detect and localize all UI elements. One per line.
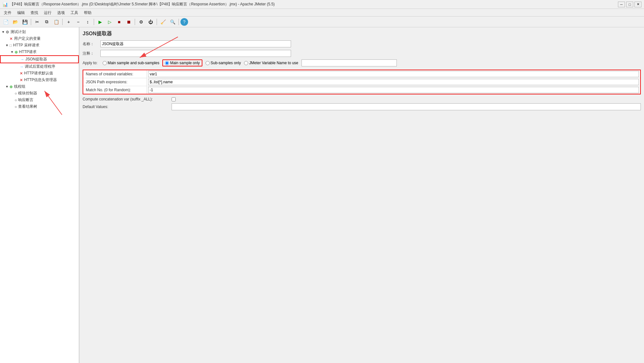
name-label: 名称： — [83, 41, 98, 47]
paste-button[interactable]: 📋 — [52, 18, 61, 26]
tree-item-module-ctrl[interactable]: ○ 模块控制器 — [0, 90, 79, 97]
radio-main-sub-input[interactable] — [103, 61, 107, 65]
jmeter-var-name-input[interactable] — [302, 59, 397, 66]
expand-hs[interactable]: ▼ — [5, 44, 9, 47]
var-match-no-label: Match No. (0 for Random): — [83, 86, 147, 94]
save-button[interactable]: 💾 — [20, 18, 29, 26]
json-extractor-label: JSON提取器 — [25, 57, 47, 62]
cut-button[interactable]: ✂ — [33, 18, 42, 26]
maximize-button[interactable]: □ — [626, 2, 633, 7]
module-ctrl-label: 模块控制器 — [18, 91, 37, 96]
expand-mc — [10, 92, 14, 95]
radio-main-sub-label: Main sample and sub-samples — [108, 61, 159, 65]
http-defaults-label: HTTP请求默认值 — [24, 71, 53, 76]
tree-item-json-extractor[interactable]: → JSON提取器 — [0, 55, 79, 63]
concat-checkbox[interactable] — [172, 97, 176, 101]
comment-input[interactable] — [100, 50, 291, 57]
expand-button[interactable]: + — [64, 18, 73, 26]
content-panel: JSON提取器 名称： 注释： Apply to: Main sample an… — [79, 27, 644, 363]
minimize-button[interactable]: ─ — [618, 2, 625, 7]
tree-item-http-defaults[interactable]: ✕ HTTP请求默认值 — [0, 70, 79, 77]
expand-hd — [15, 72, 19, 75]
help-button[interactable]: ? — [180, 18, 188, 26]
debug-post-icon: → — [20, 65, 24, 69]
radio-sub-only-label: Sub-samples only — [211, 61, 241, 65]
user-vars-icon: ✕ — [10, 37, 13, 41]
tree-item-user-vars[interactable]: ✕ 用户定义的变量 — [0, 35, 79, 42]
window-controls[interactable]: ─ □ ✕ — [618, 2, 641, 7]
radio-jmeter-var[interactable]: JMeter Variable Name to use — [244, 61, 298, 65]
menu-tools[interactable]: 工具 — [68, 10, 81, 16]
var-match-no-value-cell — [147, 86, 640, 94]
run-no-pause-button[interactable]: ▷ — [105, 18, 114, 26]
tree-item-http-sampler[interactable]: ▼ □ HTTP 采样请求 — [0, 42, 79, 49]
tree-item-root[interactable]: ▼ ⚙ 测试计划 — [0, 29, 79, 35]
tree-item-http-header[interactable]: ✕ HTTP信息头管理器 — [0, 77, 79, 83]
name-input[interactable] — [100, 40, 291, 47]
menu-bar: 文件 编辑 查找 运行 选项 工具 帮助 — [0, 9, 644, 17]
title-bar: 📊 【P48】响应断言（Response Assertion）.jmx (D:\… — [0, 0, 644, 9]
default-value-input[interactable] — [172, 103, 641, 110]
var-names-label: Names of created variables: — [83, 70, 147, 78]
radio-sub-only-input[interactable] — [206, 61, 210, 65]
radio-sub-only[interactable]: Sub-samples only — [206, 61, 241, 65]
remote-stop-button[interactable]: ⏻ — [146, 18, 155, 26]
variables-table: Names of created variables: JSON Path ex… — [83, 70, 641, 94]
menu-run[interactable]: 运行 — [41, 10, 54, 16]
run-button[interactable]: ▶ — [96, 18, 105, 26]
menu-edit[interactable]: 编辑 — [15, 10, 27, 16]
http-sampler-icon: □ — [10, 43, 12, 48]
collapse-button[interactable]: − — [74, 18, 83, 26]
stop-button[interactable]: ■ — [115, 18, 124, 26]
radio-main-sub[interactable]: Main sample and sub-samples — [103, 61, 159, 65]
remote-start-button[interactable]: ⚙ — [137, 18, 146, 26]
close-button[interactable]: ✕ — [634, 2, 641, 7]
radio-main-only-input[interactable] — [165, 61, 169, 65]
var-row-match-no: Match No. (0 for Random): — [83, 86, 640, 94]
comment-label: 注释： — [83, 51, 98, 56]
expand-tg[interactable]: ▼ — [5, 85, 9, 89]
apply-to-label: Apply to: — [83, 61, 98, 65]
menu-help[interactable]: 帮助 — [81, 10, 94, 16]
json-extractor-icon: → — [20, 57, 24, 62]
thread-group-icon: ⊕ — [10, 85, 13, 89]
debug-post-label: 调试后置处理程序 — [25, 64, 55, 69]
root-label: 测试计划 — [10, 29, 26, 35]
new-button[interactable]: 📄 — [1, 18, 10, 26]
shutdown-button[interactable]: ⏹ — [124, 18, 133, 26]
toggle-button[interactable]: ↕ — [83, 18, 92, 26]
default-row: Default Values: — [83, 103, 641, 110]
menu-options[interactable]: 选项 — [55, 10, 67, 16]
clear-button[interactable]: 🧹 — [159, 18, 167, 26]
menu-file[interactable]: 文件 — [1, 10, 14, 16]
radio-jmeter-var-input[interactable] — [244, 61, 248, 65]
expand-hr[interactable]: ▼ — [10, 50, 14, 54]
var-names-input[interactable] — [148, 71, 639, 77]
expand-as — [10, 98, 14, 102]
tree-item-debug-post[interactable]: → 调试后置处理程序 — [0, 63, 79, 70]
main-layout: ▼ ⚙ 测试计划 ✕ 用户定义的变量 ▼ □ HTTP 采样请求 ▼ ⊕ HTT… — [0, 27, 644, 363]
radio-main-only[interactable]: Main sample only — [162, 59, 202, 66]
search-button[interactable]: 🔍 — [168, 18, 177, 26]
http-header-icon: ✕ — [20, 78, 23, 82]
tree-item-http-request[interactable]: ▼ ⊕ HTTP请求 — [0, 49, 79, 55]
tree-item-assertion[interactable]: ○ 响应断言 — [0, 97, 79, 103]
tree-item-thread-group[interactable]: ▼ ⊕ 线程组 — [0, 83, 79, 90]
separator-5 — [157, 19, 157, 25]
assertion-icon: ○ — [15, 98, 17, 102]
http-defaults-icon: ✕ — [20, 71, 23, 76]
module-ctrl-icon: ○ — [15, 91, 17, 96]
tree-item-result-tree[interactable]: ○ 查看结果树 — [0, 103, 79, 110]
copy-button[interactable]: ⧉ — [42, 18, 51, 26]
var-json-path-input[interactable] — [148, 79, 639, 85]
radio-jmeter-var-label: JMeter Variable Name to use — [249, 61, 298, 65]
http-request-label: HTTP请求 — [19, 49, 37, 55]
menu-search[interactable]: 查找 — [28, 10, 41, 16]
http-sampler-label: HTTP 采样请求 — [13, 43, 39, 48]
var-row-json-path: JSON Path expressions: — [83, 78, 640, 86]
separator-6 — [179, 19, 179, 25]
open-button[interactable]: 📂 — [11, 18, 20, 26]
var-match-no-input[interactable] — [148, 87, 639, 93]
separator-2 — [62, 19, 63, 25]
expand-root[interactable]: ▼ — [1, 30, 5, 34]
